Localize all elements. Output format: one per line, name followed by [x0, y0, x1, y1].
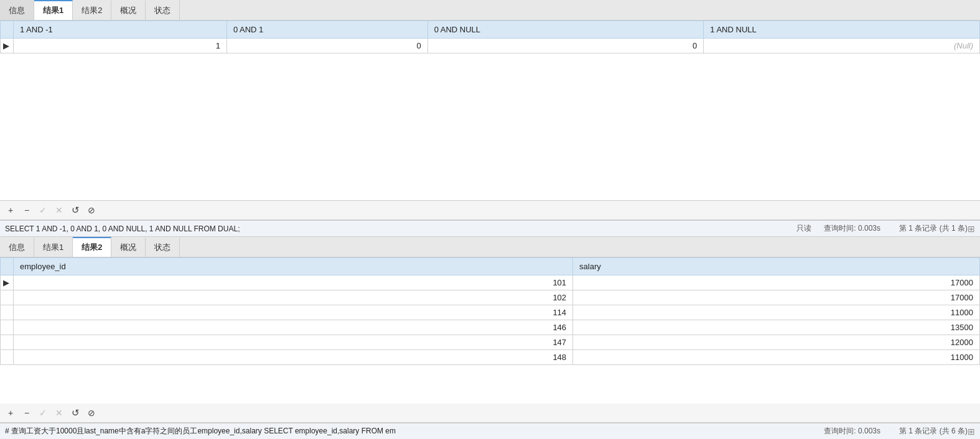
bottom-table-row: 114 11000 [1, 305, 980, 320]
top-panel: 信息 结果1 结果2 概况 状态 1 AND -1 0 AND 1 0 AND … [0, 0, 980, 201]
top-remove-button[interactable]: − [20, 203, 34, 217]
bottom-table-row: 147 12000 [1, 335, 980, 350]
bottom-col-header-0: employee_id [14, 258, 573, 275]
top-check-button[interactable]: ✓ [36, 203, 50, 217]
bottom-refresh-button[interactable]: ↺ [68, 406, 82, 420]
bottom-result-table: employee_id salary ▶ 101 17000 102 17000… [0, 257, 980, 365]
bottom-toolbar-area: + − ✓ ✕ ↺ ⊘ # 查询工资大于10000且last_name中含有a字… [0, 404, 980, 439]
bottom-sql-text: # 查询工资大于10000且last_name中含有a字符之间的员工employ… [5, 426, 811, 437]
bottom-table-row: 146 13500 [1, 320, 980, 335]
top-tab-overview[interactable]: 概况 [111, 0, 146, 20]
top-tab-result1[interactable]: 结果1 [34, 0, 73, 20]
top-toolbar-area: + − ✓ ✕ ↺ ⊘ SELECT 1 AND -1, 0 AND 1, 0 … [0, 201, 980, 236]
bottom-row-indicator [1, 290, 14, 305]
bottom-tab-status[interactable]: 状态 [146, 237, 180, 257]
bottom-stop-button[interactable]: ⊘ [85, 406, 98, 420]
bottom-status-bar: # 查询工资大于10000且last_name中含有a字符之间的员工employ… [0, 423, 980, 439]
bottom-row-indicator [1, 335, 14, 350]
bottom-tab-result1[interactable]: 结果1 [34, 237, 73, 257]
top-readonly-badge: 只读 [796, 223, 811, 234]
bottom-cell-5-1: 11000 [573, 350, 980, 365]
bottom-status-meta: 查询时间: 0.003s 第 1 条记录 (共 6 条) [824, 426, 968, 437]
bottom-col-header-1: salary [573, 258, 980, 275]
bottom-tab-result2[interactable]: 结果2 [73, 237, 111, 257]
bottom-remove-button[interactable]: − [20, 406, 34, 420]
bottom-tab-overview[interactable]: 概况 [111, 237, 146, 257]
app-container: 信息 结果1 结果2 概况 状态 1 AND -1 0 AND 1 0 AND … [0, 0, 980, 439]
bottom-table-row: 102 17000 [1, 290, 980, 305]
bottom-records: 第 1 条记录 (共 6 条) [899, 426, 968, 437]
bottom-query-time: 查询时间: 0.003s [824, 426, 880, 437]
bottom-row-indicator [1, 350, 14, 365]
top-cancel-button[interactable]: ✕ [52, 203, 66, 217]
top-status-bar: SELECT 1 AND -1, 0 AND 1, 0 AND NULL, 1 … [0, 220, 980, 236]
top-col-header-3: 1 AND NULL [704, 21, 980, 39]
bottom-cell-2-1: 11000 [573, 305, 980, 320]
bottom-row-indicator [1, 305, 14, 320]
top-cell-0-2: 0 [427, 39, 704, 53]
top-cell-0-1: 0 [226, 39, 427, 53]
bottom-result-area: employee_id salary ▶ 101 17000 102 17000… [0, 257, 980, 404]
bottom-cell-2-0: 114 [14, 305, 573, 320]
bottom-toolbar: + − ✓ ✕ ↺ ⊘ [0, 404, 980, 423]
top-status-meta: 查询时间: 0.003s 第 1 条记录 (共 1 条) [824, 223, 968, 234]
top-grid-icon[interactable]: ⊞ [968, 224, 975, 234]
bottom-row-indicator: ▶ [1, 275, 14, 290]
top-stop-button[interactable]: ⊘ [85, 203, 98, 217]
bottom-tab-bar: 信息 结果1 结果2 概况 状态 [0, 237, 980, 257]
bottom-cell-0-0: 101 [14, 275, 573, 290]
bottom-cell-5-0: 148 [14, 350, 573, 365]
top-tab-result2[interactable]: 结果2 [73, 0, 111, 20]
bottom-table-row: ▶ 101 17000 [1, 275, 980, 290]
bottom-tab-info[interactable]: 信息 [0, 237, 34, 257]
bottom-row-indicator [1, 320, 14, 335]
top-tab-info[interactable]: 信息 [0, 0, 34, 20]
top-col-header-1: 0 AND 1 [226, 21, 427, 39]
bottom-table-row: 148 11000 [1, 350, 980, 365]
top-result-table: 1 AND -1 0 AND 1 0 AND NULL 1 AND NULL ▶… [0, 21, 980, 53]
top-refresh-button[interactable]: ↺ [68, 203, 82, 217]
bottom-add-button[interactable]: + [4, 406, 17, 420]
top-col-header-0: 1 AND -1 [14, 21, 227, 39]
bottom-cell-1-0: 102 [14, 290, 573, 305]
bottom-cell-0-1: 17000 [573, 275, 980, 290]
bottom-cell-4-1: 12000 [573, 335, 980, 350]
bottom-cell-1-1: 17000 [573, 290, 980, 305]
bottom-panel: 信息 结果1 结果2 概况 状态 employee_id salary ▶ 10… [0, 236, 980, 404]
top-cell-0-0: 1 [14, 39, 227, 53]
bottom-cell-4-0: 147 [14, 335, 573, 350]
top-cell-0-3: (Null) [704, 39, 980, 53]
bottom-cancel-button[interactable]: ✕ [52, 406, 66, 420]
bottom-cell-3-0: 146 [14, 320, 573, 335]
bottom-check-button[interactable]: ✓ [36, 406, 50, 420]
bottom-cell-3-1: 13500 [573, 320, 980, 335]
top-tab-status[interactable]: 状态 [146, 0, 180, 20]
top-query-time: 查询时间: 0.003s [824, 223, 880, 234]
row-indicator: ▶ [1, 39, 14, 53]
top-result-area: 1 AND -1 0 AND 1 0 AND NULL 1 AND NULL ▶… [0, 21, 980, 201]
top-tab-bar: 信息 结果1 结果2 概况 状态 [0, 0, 980, 21]
top-records: 第 1 条记录 (共 1 条) [899, 223, 968, 234]
table-row: ▶ 1 0 0 (Null) [1, 39, 980, 53]
top-col-header-2: 0 AND NULL [427, 21, 704, 39]
top-sql-text: SELECT 1 AND -1, 0 AND 1, 0 AND NULL, 1 … [5, 224, 784, 233]
top-add-button[interactable]: + [4, 203, 17, 217]
top-toolbar: + − ✓ ✕ ↺ ⊘ [0, 201, 980, 220]
bottom-grid-icon[interactable]: ⊞ [968, 427, 975, 437]
